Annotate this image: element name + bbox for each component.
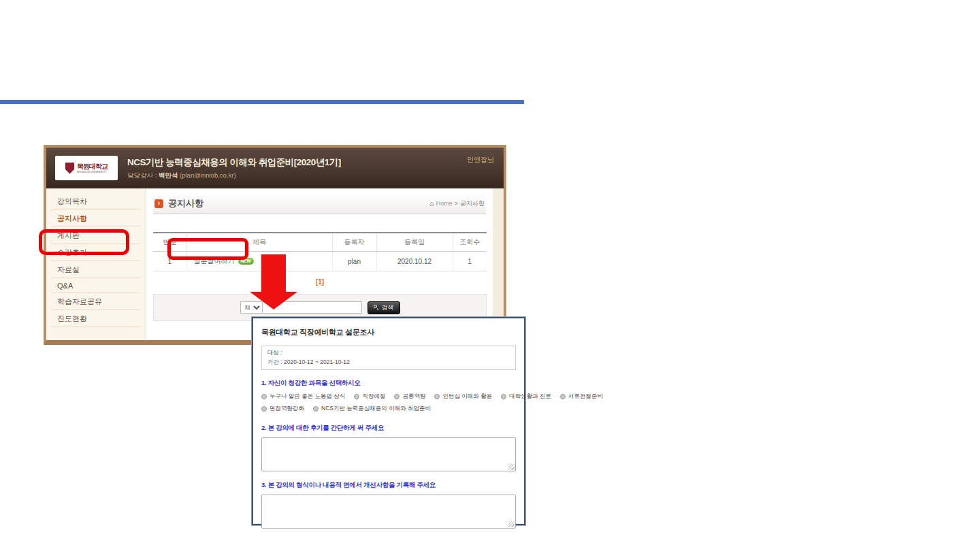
sidebar-item-lecture-toc[interactable]: 강의목차 [51,193,141,210]
red-arrow-shaft [261,254,286,293]
survey-info-box: 대상 : 기간 : 2020-10-12 ~ 2021-10-12 [261,346,516,370]
radio-option[interactable]: 서류전형준비 [560,393,603,401]
sidebar-item-progress[interactable]: 진도현황 [51,310,141,327]
radio-icon[interactable] [354,394,359,399]
radio-option[interactable]: 대학생활과 진로 [501,393,551,401]
col-header-writer: 등록자 [332,233,376,252]
survey-period: 기간 : 2020-10-12 ~ 2021-10-12 [267,358,510,367]
instructor-email: (plan@inniob.co.kr) [180,171,236,179]
instructor-label: 담당강사 : [127,171,157,179]
radio-icon[interactable] [501,394,506,399]
radio-icon[interactable] [313,406,318,412]
radio-icon[interactable] [434,394,440,399]
question-2-label: 2. 본 강의에 대한 후기를 간단하게 써 주세요 [261,424,516,433]
radio-label: NCS기반 능력중심채용의 이해와 취업준비 [321,405,431,413]
col-header-date: 등록일 [376,233,453,252]
logo-text-kr: 목원대학교 [77,163,108,170]
radio-icon[interactable] [261,394,267,399]
instructor-name: 백만석 [159,171,178,179]
sidebar: 강의목차 공지사항 게시판 수강후기 자료실 Q&A 학습자료공유 진도현황 [46,188,146,340]
instructor-line: 담당강사 : 백만석 (plan@inniob.co.kr) [127,171,341,180]
page-title: 공지사항 [168,197,429,210]
search-button[interactable]: 검색 [368,301,400,314]
radio-label: 직장예절 [362,393,385,401]
radio-icon[interactable] [261,406,267,412]
highlight-box-course-review [39,229,129,255]
resize-handle-icon[interactable] [508,521,514,527]
radio-option[interactable]: 직장예절 [354,393,385,401]
cell-writer: plan [332,252,376,271]
search-icon [374,305,379,310]
page-1-link[interactable]: [1] [316,278,324,286]
survey-window: 목원대학교 직장예비학교 설문조사 대상 : 기간 : 2020-10-12 ~… [252,317,525,525]
question-3-label: 3. 본 강의의 형식이나 내용적 면에서 개선사항을 기록해 주세요 [261,481,516,490]
logo-text-en: MOKWON UNIVERSITY [77,170,108,173]
breadcrumb-separator: > [455,200,458,207]
resize-handle-icon[interactable] [508,464,514,470]
university-emblem-icon [65,163,74,174]
radio-label: 누구나 알면 좋은 노동법 상식 [270,393,345,401]
breadcrumb-home[interactable]: Home [436,200,453,207]
red-arrow-head-icon [250,292,297,310]
title-arrow-icon: › [154,199,163,208]
lms-header: 목원대학교 MOKWON UNIVERSITY NCS기반 능력중심채용의 이해… [46,148,504,188]
sidebar-item-notices[interactable]: 공지사항 [51,210,141,227]
sidebar-item-materials[interactable]: 자료실 [51,261,141,278]
radio-option[interactable]: 인턴십 이해와 활용 [434,393,492,401]
cell-date: 2020.10.12 [376,252,453,271]
pagination: [1] [146,278,493,286]
radio-label: 인턴십 이해와 활용 [442,393,492,401]
highlight-box-survey-notice [167,238,248,260]
improvement-textarea[interactable] [261,495,516,529]
survey-title: 목원대학교 직장예비학교 설문조사 [261,325,516,346]
radio-option[interactable]: NCS기반 능력중심채용의 이해와 취업준비 [313,405,431,413]
question-1-options-row-2: 면접역량강화 NCS기반 능력중심채용의 이해와 취업준비 [261,405,516,413]
search-button-label: 검색 [382,303,394,312]
sidebar-item-learning-share[interactable]: 학습자료공유 [51,293,141,310]
sidebar-item-qna[interactable]: Q&A [51,278,141,293]
radio-label: 서류전형준비 [568,393,603,401]
radio-option[interactable]: 공통역량 [394,393,425,401]
divider-line [0,100,524,104]
radio-label: 면접역량강화 [270,405,304,413]
question-1-options-row-1: 누구나 알면 좋은 노동법 상식 직장예절 공통역량 인턴십 이해와 활용 대학… [261,393,516,401]
radio-option[interactable]: 면접역량강화 [261,405,304,413]
radio-icon[interactable] [394,394,399,399]
breadcrumb: ⌂ Home > 공지사항 [429,199,485,208]
radio-label: 대학생활과 진로 [509,393,551,401]
col-header-views: 조회수 [453,233,487,252]
review-textarea[interactable] [261,437,516,471]
page-titlebar: › 공지사항 ⌂ Home > 공지사항 [153,193,486,214]
breadcrumb-current: 공지사항 [460,199,485,208]
course-title: NCS기반 능력중심채용의 이해와 취업준비[2020년1기] [127,156,341,169]
radio-icon[interactable] [560,394,566,399]
university-logo[interactable]: 목원대학교 MOKWON UNIVERSITY [55,156,118,180]
survey-target: 대상 : [267,348,510,358]
radio-option[interactable]: 누구나 알면 좋은 노동법 상식 [261,393,345,401]
logged-in-user[interactable]: 인앤잡님 [467,155,494,165]
question-1-label: 1. 자신이 청강한 과목을 선택하시오 [261,379,516,388]
home-icon[interactable]: ⌂ [429,199,434,207]
radio-label: 공통역량 [402,393,425,401]
cell-views: 1 [453,252,487,271]
